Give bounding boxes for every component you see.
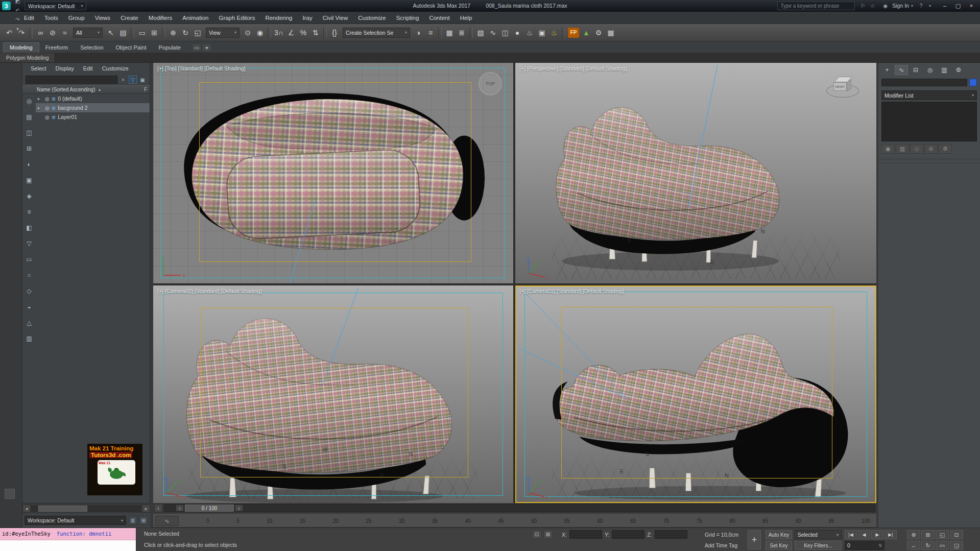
display-containers-icon[interactable]: ◒ xyxy=(25,303,34,311)
dock-divider[interactable] xyxy=(150,63,153,528)
viewcube[interactable]: TOP xyxy=(479,72,502,95)
object-color-swatch[interactable] xyxy=(969,79,977,86)
snaps-toggle-icon[interactable]: 3∩ xyxy=(273,26,285,39)
configure-modifier-sets-icon[interactable]: ⚙ xyxy=(939,144,952,154)
display-tab-icon[interactable]: ▥ xyxy=(938,65,951,75)
bind-to-space-warp-icon[interactable]: ≈ xyxy=(59,26,71,39)
explorer-menu-item[interactable]: Display xyxy=(52,64,78,73)
auto-key-button[interactable]: Auto Key xyxy=(766,530,792,539)
slider-prev-icon[interactable]: ‹ xyxy=(176,505,184,512)
object-name-field[interactable] xyxy=(881,79,967,86)
toolbar-icon[interactable] xyxy=(469,27,473,38)
menu-item[interactable]: Tools xyxy=(40,13,63,22)
redo-icon[interactable]: ↷ xyxy=(13,15,22,25)
toolbar-icon[interactable] xyxy=(562,27,565,38)
open-mini-curve-editor-icon[interactable]: ∿ xyxy=(155,516,179,526)
display-xrefs-icon[interactable]: ▭ xyxy=(25,255,34,263)
explorer-menu-item[interactable]: Edit xyxy=(79,64,97,73)
clear-search-icon[interactable]: × xyxy=(119,76,127,84)
listener-input-line[interactable] xyxy=(0,540,136,551)
display-geometry-icon[interactable]: ⊞ xyxy=(25,145,34,153)
menu-item[interactable]: Create xyxy=(116,13,143,22)
undo-icon[interactable]: ↶ xyxy=(13,6,22,15)
zoom-all-icon[interactable]: ⊞ xyxy=(921,530,935,539)
motion-tab-icon[interactable]: ◎ xyxy=(923,65,937,75)
y-coordinate-field[interactable] xyxy=(612,530,644,539)
select-by-name-icon[interactable]: ▤ xyxy=(117,26,129,39)
key-selection-dropdown[interactable]: Selected▾ xyxy=(795,530,842,539)
a360-icon[interactable]: ▲ xyxy=(580,26,592,39)
workspace-dropdown[interactable]: Workspace: Default▾ xyxy=(25,2,86,10)
menu-item[interactable]: Civil View xyxy=(318,13,353,22)
help-icon[interactable]: ? xyxy=(916,1,926,10)
display-helpers-icon[interactable]: ≡ xyxy=(25,208,34,216)
select-and-move-icon[interactable]: ⊕ xyxy=(167,26,179,39)
display-bones-icon[interactable]: ◇ xyxy=(25,287,34,295)
sign-in-button[interactable]: ◉ Sign In▾ xyxy=(880,1,913,10)
display-cameras-icon[interactable]: ◈ xyxy=(25,192,34,200)
go-to-start-icon[interactable]: |◀ xyxy=(845,530,857,539)
menu-item[interactable]: Animation xyxy=(178,13,213,22)
quick-access-dropdown-icon[interactable]: ▾ xyxy=(13,25,22,34)
eye-icon[interactable] xyxy=(45,114,50,120)
orbit-icon[interactable]: ↻ xyxy=(921,541,935,550)
menu-item[interactable]: Rendering xyxy=(260,13,297,22)
slider-next-icon[interactable]: › xyxy=(235,505,243,512)
explorer-h-scrollbar[interactable]: ◂ ▸ xyxy=(22,503,150,513)
time-slider-handle[interactable]: 0 / 100 xyxy=(185,505,234,512)
zoom-icon[interactable]: ⊕ xyxy=(907,530,920,539)
select-and-scale-icon[interactable]: ◱ xyxy=(192,26,204,39)
create-tab-icon[interactable]: + xyxy=(880,65,894,75)
align-icon[interactable]: ≡ xyxy=(424,26,437,39)
viewcube-front-face[interactable]: FRONT xyxy=(833,82,847,91)
pan-icon[interactable]: ↔ xyxy=(907,541,920,550)
maximize-viewport-toggle-icon[interactable]: ◲ xyxy=(950,541,963,550)
ribbon-dropdown-icon[interactable]: ▾ xyxy=(202,43,211,52)
explorer-menu-item[interactable]: Select xyxy=(27,64,51,73)
ribbon-tab[interactable]: Modeling xyxy=(3,42,39,53)
listener-macro-line[interactable]: id:#eyeInTheSky function: dmnotii xyxy=(0,528,136,540)
display-lights-icon[interactable]: ▣ xyxy=(25,176,34,184)
select-object-icon[interactable]: ↖ xyxy=(105,26,117,39)
explorer-menu-item[interactable]: Customize xyxy=(98,64,133,73)
set-key-button[interactable]: Set Key xyxy=(766,541,792,550)
use-center-icon[interactable]: ⊙ xyxy=(242,26,254,39)
polygon-modeling-panel[interactable]: Polygon Modeling xyxy=(0,53,55,62)
play-icon[interactable]: ▶ xyxy=(871,530,883,539)
curve-editor-icon[interactable]: ∿ xyxy=(487,26,499,39)
pin-stack-icon[interactable]: ◉ xyxy=(881,144,895,154)
selection-region-icon[interactable]: ▭ xyxy=(136,26,148,39)
help-dropdown-icon[interactable]: ▾ xyxy=(929,4,931,8)
scrollbar-thumb[interactable] xyxy=(38,506,87,512)
toolbar-icon[interactable] xyxy=(162,27,165,38)
hierarchy-tab-icon[interactable]: ⊟ xyxy=(909,65,922,75)
material-editor-icon[interactable]: ● xyxy=(511,26,523,39)
spinner-snap-icon[interactable]: ⇅ xyxy=(309,26,322,39)
favorites-icon[interactable]: ☆ xyxy=(868,1,877,10)
edit-named-selection-sets-icon[interactable]: {} xyxy=(328,26,341,39)
ribbon-config-icon[interactable]: ▭ xyxy=(192,43,201,52)
select-and-manipulate-icon[interactable]: ◉ xyxy=(254,26,266,39)
menu-item[interactable]: Graph Editors xyxy=(214,13,259,22)
fp-icon[interactable]: FP xyxy=(568,28,579,38)
viewport-camera01[interactable]: [+] [Camera01] [Standard] [Default Shadi… xyxy=(515,285,876,503)
key-filters-button[interactable]: Key Filters... xyxy=(795,541,842,550)
utilities-tab-icon[interactable]: ⚙ xyxy=(952,65,965,75)
toggle-scene-explorer-icon[interactable]: ▦ xyxy=(443,26,456,39)
dock-handle-button[interactable] xyxy=(5,489,15,499)
selection-lock-icon[interactable]: ⊠ xyxy=(543,530,553,539)
layer-manager-icon[interactable]: ≣ xyxy=(456,26,468,39)
toolbar-icon[interactable] xyxy=(268,27,271,38)
selection-filter-dropdown[interactable]: All▾ xyxy=(73,28,103,38)
zoom-extents-icon[interactable]: ◱ xyxy=(936,530,949,539)
workspace-bottom-dropdown[interactable]: Workspace: Default▾ xyxy=(25,516,126,525)
scroll-right-icon[interactable]: ▸ xyxy=(142,505,150,513)
scene-explorer-row[interactable]: ▸ bacground 2 xyxy=(36,103,150,112)
viewport-label[interactable]: [+] [Camera01] [Standard] [Default Shadi… xyxy=(519,288,624,294)
pin-explorer-icon[interactable]: △ xyxy=(25,319,34,327)
filter-icon[interactable]: ▽ xyxy=(129,76,137,84)
ribbon-toggle-icon[interactable]: ▧ xyxy=(474,26,487,39)
display-shapes-icon[interactable]: ◐ xyxy=(25,160,34,169)
scene-converter-icon[interactable]: ⚙ xyxy=(592,26,605,39)
viewport-label[interactable]: [+] [Perspective] [Standard] [Default Sh… xyxy=(519,65,627,71)
